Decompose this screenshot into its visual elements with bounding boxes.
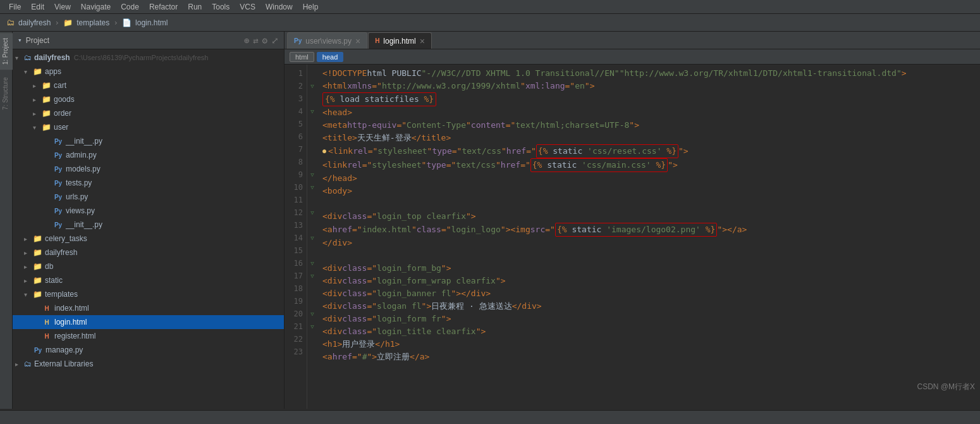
menu-help[interactable]: Help: [298, 0, 324, 14]
tab-login-close[interactable]: ×: [420, 36, 425, 46]
code-line-22: <h1>用户登录</h1>: [322, 338, 980, 351]
code-line-19: <div class="slogan fl">日夜兼程 · 急速送达</div>: [322, 300, 980, 313]
menu-tools[interactable]: Tools: [207, 0, 235, 14]
tree-item-register-html[interactable]: H register.html: [13, 329, 284, 343]
left-panel-tabs: 1: Project 7: Structure: [0, 32, 13, 409]
tree-item-dailyfresh-root[interactable]: ▾ 🗂 dailyfresh C:\Users\86139\PycharmPro…: [13, 51, 284, 65]
icon-project: 🗂: [24, 53, 32, 62]
tree-item-apps-init[interactable]: Py __init__.py: [13, 218, 284, 232]
tree-item-manage-py[interactable]: Py manage.py: [13, 343, 284, 357]
code-line-8: <link rel="stylesheet" type="text/css" h…: [322, 158, 980, 172]
code-line-17: <div class="login_form_wrap clearfix">: [322, 275, 980, 287]
tree-item-user-urls[interactable]: Py urls.py: [13, 190, 284, 204]
label-user: user: [54, 123, 68, 132]
project-panel-header: ▾ Project ⊕ ⇄ ⚙ ⤢: [13, 32, 284, 49]
titlebar: 🗂 dailyfresh › 📁 templates › 📄 login.htm…: [0, 14, 980, 32]
code-line-12: <div class="login_top clearfix">: [322, 210, 980, 223]
breadcrumb-dailyfresh[interactable]: dailyfresh: [18, 18, 51, 27]
tree-item-user-admin[interactable]: Py admin.py: [13, 148, 284, 162]
label-user-urls: urls.py: [66, 192, 88, 201]
code-editor[interactable]: 12345 678910 1112131415 1617181920 21222…: [285, 65, 980, 409]
menu-file[interactable]: File: [4, 0, 26, 14]
tree-item-user-init[interactable]: Py __init__.py: [13, 134, 284, 148]
tree-item-cart[interactable]: ▸ 📁 cart: [13, 78, 284, 92]
icon-goods-folder: 📁: [42, 95, 51, 104]
menu-vcs[interactable]: VCS: [235, 0, 260, 14]
label-cart: cart: [54, 81, 66, 90]
menu-navigate[interactable]: Navigate: [76, 0, 116, 14]
code-line-16: <div class="login_form_bg">: [322, 262, 980, 275]
tree-item-order[interactable]: ▸ 📁 order: [13, 106, 284, 120]
arrow-celery: ▸: [24, 235, 33, 242]
panel-dropdown-icon[interactable]: ▾: [18, 36, 22, 44]
icon-user-views-py: Py: [53, 208, 63, 215]
code-line-20: <div class="login_form fr">: [322, 313, 980, 325]
breadcrumb-login-html[interactable]: login.html: [135, 18, 168, 27]
label-templates: templates: [45, 290, 78, 299]
panel-gear-btn[interactable]: ⚙: [262, 35, 267, 46]
tree-item-goods[interactable]: ▸ 📁 goods: [13, 92, 284, 106]
menu-code[interactable]: Code: [116, 0, 144, 14]
code-line-13: <a href="index.html" class="login_logo">…: [322, 223, 980, 237]
menu-run[interactable]: Run: [183, 0, 207, 14]
menu-edit[interactable]: Edit: [26, 0, 49, 14]
arrow-dailyfresh-sub: ▸: [24, 249, 33, 256]
panel-sync-btn[interactable]: ⇄: [253, 35, 258, 46]
code-line-4: <head>: [322, 106, 980, 119]
project-tab-vertical[interactable]: 1: Project: [0, 33, 13, 70]
tree-item-user[interactable]: ▾ 📁 user: [13, 120, 284, 134]
label-user-models: models.py: [66, 165, 101, 173]
breadcrumb-templates[interactable]: templates: [77, 18, 109, 27]
tab-views-py[interactable]: Py user\views.py ×: [287, 32, 367, 49]
toolbar-head-btn[interactable]: head: [317, 52, 343, 62]
arrow-templates: ▾: [24, 291, 33, 298]
icon-user-admin-py: Py: [53, 152, 63, 159]
code-line-23: <a href="#">立即注册</a>: [322, 351, 980, 363]
structure-tab-vertical[interactable]: 7: Structure: [0, 72, 13, 115]
code-content[interactable]: <!DOCTYPE html PUBLIC "-//W3C//DTD XHTML…: [317, 65, 980, 409]
statusbar: [0, 410, 980, 424]
editor-area: Py user\views.py × H login.html × html h…: [285, 32, 980, 409]
tree-item-user-tests[interactable]: Py tests.py: [13, 176, 284, 190]
tree-item-celery-tasks[interactable]: ▸ 📁 celery_tasks: [13, 232, 284, 246]
tree-item-index-html[interactable]: H index.html: [13, 301, 284, 315]
tree-item-db[interactable]: ▸ 📁 db: [13, 259, 284, 273]
label-apps: apps: [45, 67, 61, 76]
icon-user-init-py: Py: [53, 138, 63, 145]
icon-cart-folder: 📁: [42, 81, 51, 90]
tab-views-label: user\views.py: [305, 37, 352, 46]
tree-item-user-views[interactable]: Py views.py: [13, 204, 284, 218]
icon-apps-folder: 📁: [33, 67, 42, 76]
tree-item-login-html[interactable]: H login.html: [13, 315, 284, 329]
tree-item-apps[interactable]: ▾ 📁 apps: [13, 65, 284, 78]
tab-html-icon: H: [375, 37, 379, 44]
icon-manage-py: Py: [33, 347, 43, 354]
tab-bar: Py user\views.py × H login.html ×: [285, 32, 980, 49]
toolbar-html-btn[interactable]: html: [290, 52, 314, 62]
icon-static-folder: 📁: [33, 276, 42, 285]
tree-item-dailyfresh-sub[interactable]: ▸ 📁 dailyfresh: [13, 246, 284, 259]
code-line-3: {% load staticfiles %}: [322, 92, 980, 106]
tab-login-html[interactable]: H login.html ×: [368, 32, 432, 49]
fold-gutter: ▽ ▽ ▽ ▽ ▽ ▽ ▽ ▽ ▽ ▽: [307, 65, 317, 409]
tree-item-user-models[interactable]: Py models.py: [13, 162, 284, 176]
panel-expand-btn[interactable]: ⤢: [271, 35, 279, 46]
code-line-21: <div class="login_title clearfix">: [322, 325, 980, 338]
code-line-15: [322, 249, 980, 262]
tab-views-close[interactable]: ×: [355, 36, 360, 46]
tree-item-templates[interactable]: ▾ 📁 templates: [13, 287, 284, 301]
menu-refactor[interactable]: Refactor: [144, 0, 183, 14]
icon-user-tests-py: Py: [53, 180, 63, 187]
tree-item-static[interactable]: ▸ 📁 static: [13, 273, 284, 287]
menu-view[interactable]: View: [49, 0, 76, 14]
panel-add-btn[interactable]: ⊕: [244, 35, 249, 46]
menubar: File Edit View Navigate Code Refactor Ru…: [0, 0, 980, 14]
menu-window[interactable]: Window: [260, 0, 298, 14]
arrow-cart: ▸: [33, 82, 42, 89]
tree-item-external-libs[interactable]: ▸ 🗂 External Libraries: [13, 357, 284, 371]
arrow-goods: ▸: [33, 96, 42, 103]
label-user-views: views.py: [66, 206, 95, 215]
icon-user-models-py: Py: [53, 166, 63, 173]
icon-db-folder: 📁: [33, 262, 42, 271]
arrow-dailyfresh: ▾: [15, 54, 24, 61]
